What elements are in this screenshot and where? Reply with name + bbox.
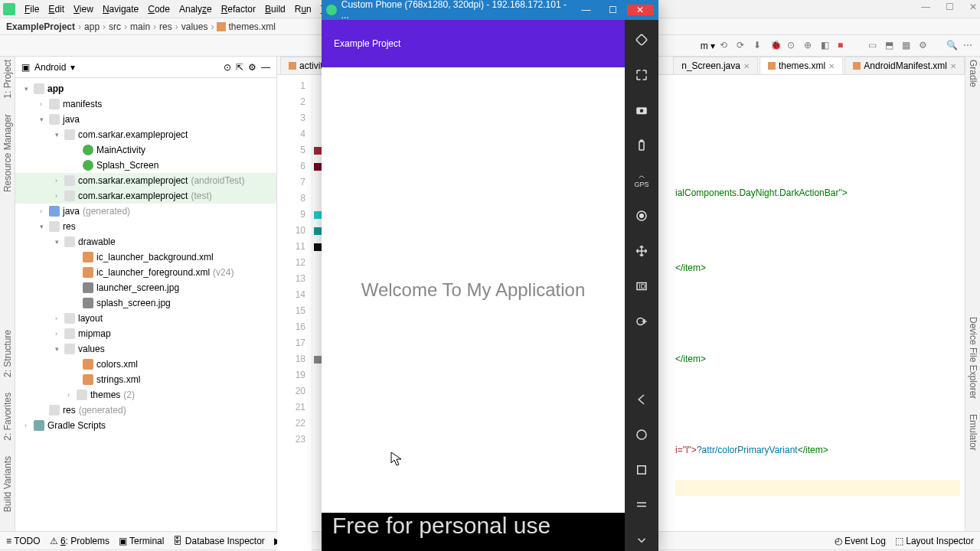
chevron-down-icon[interactable] (634, 533, 649, 548)
phone-screen[interactable]: Example Project Welcome To My Applicatio… (322, 20, 625, 551)
settings-icon[interactable]: ⚙ (248, 62, 256, 73)
gear-icon[interactable]: ⚙ (919, 40, 931, 52)
emu-close[interactable]: ✕ (627, 5, 654, 15)
tree-java-gen[interactable]: java (63, 206, 80, 217)
sdk-icon[interactable]: ⬒ (885, 40, 897, 52)
color-swatch-icon[interactable] (314, 163, 322, 171)
rail-emulator[interactable]: Emulator (968, 414, 978, 451)
tree-res[interactable]: res (63, 221, 76, 232)
tree-launcher[interactable]: launcher_screen.jpg (96, 282, 179, 293)
tool-terminal[interactable]: ▣ Terminal (119, 536, 164, 546)
tree-icbg[interactable]: ic_launcher_background.xml (96, 252, 214, 262)
attach-icon[interactable]: ⊕ (804, 40, 816, 52)
tree-java[interactable]: java (63, 114, 80, 125)
menu-edit[interactable]: Edit (44, 2, 69, 16)
debug-icon[interactable]: 🐞 (770, 40, 782, 52)
settings-plus-icon[interactable] (634, 314, 649, 329)
rail-project[interactable]: 1: Project (2, 60, 13, 99)
fullscreen-icon[interactable] (634, 67, 649, 83)
tree-colors[interactable]: colors.xml (96, 359, 138, 370)
collapse-icon[interactable]: ⇱ (236, 62, 243, 73)
config-dropdown[interactable]: m ▾ (701, 41, 715, 51)
sync-icon[interactable]: ⟲ (720, 40, 732, 52)
window-maximize[interactable]: ☐ (946, 2, 954, 12)
emulator-window[interactable]: Custom Phone (768x1280, 320dpi) - 192.16… (322, 0, 658, 551)
crumb-app[interactable]: app (84, 21, 100, 32)
project-view-label[interactable]: Android (34, 62, 66, 73)
tree-res-gen[interactable]: res (63, 405, 76, 416)
rail-resource-manager[interactable]: Resource Manager (2, 114, 13, 192)
tree-app[interactable]: app (47, 83, 64, 94)
emu-minimize[interactable]: — (573, 5, 599, 15)
menu-icon[interactable] (634, 497, 649, 513)
menu-analyze[interactable]: Analyze (175, 2, 217, 16)
menu-refactor[interactable]: Refactor (217, 2, 260, 16)
home-icon[interactable] (634, 427, 649, 442)
tree-pkg-test[interactable]: com.sarkar.exampleproject (78, 191, 188, 201)
close-icon[interactable]: ✕ (828, 62, 835, 70)
tab-splash-java[interactable]: n_Screen.java✕ (673, 57, 758, 74)
device-icon[interactable]: ▦ (902, 40, 914, 52)
stop-icon[interactable]: ■ (838, 40, 850, 52)
menu-navigate[interactable]: Navigate (98, 2, 143, 16)
battery-icon[interactable] (634, 138, 649, 153)
menu-view[interactable]: View (69, 2, 98, 16)
build-icon[interactable]: ⬇ (753, 40, 766, 52)
close-icon[interactable]: ✕ (743, 62, 750, 70)
gps-icon[interactable]: GPS (634, 173, 649, 188)
move-icon[interactable] (634, 243, 649, 259)
tab-themes[interactable]: themes.xml✕ (760, 57, 843, 74)
tree-splashimg[interactable]: splash_screen.jpg (96, 298, 171, 308)
color-swatch-icon[interactable] (314, 211, 322, 219)
tree-values[interactable]: values (78, 344, 105, 354)
window-close[interactable]: ✕ (969, 2, 977, 12)
view-dropdown-icon[interactable]: ▾ (70, 62, 75, 73)
camera-icon[interactable] (634, 103, 649, 118)
image-swatch-icon[interactable] (314, 356, 322, 364)
crumb-res[interactable]: res (159, 21, 172, 32)
profile-icon[interactable]: ⊙ (787, 40, 799, 52)
crumb-values[interactable]: values (181, 21, 208, 32)
tree-strings[interactable]: strings.xml (96, 374, 140, 385)
menu-build[interactable]: Build (260, 2, 290, 16)
color-swatch-icon[interactable] (314, 243, 322, 251)
emu-maximize[interactable]: ☐ (599, 5, 626, 15)
tree-gradle[interactable]: Gradle Scripts (47, 420, 106, 431)
tool-todo[interactable]: ≡ TODO (6, 536, 41, 546)
color-swatch-icon[interactable] (314, 227, 322, 235)
crumb-src[interactable]: src (109, 21, 121, 32)
tool-problems[interactable]: ⚠ 6: Problems (50, 536, 109, 546)
menu-file[interactable]: File (20, 2, 44, 16)
tab-manifest[interactable]: AndroidManifest.xml✕ (844, 57, 965, 74)
rail-device-explorer[interactable]: Device File Explorer (968, 317, 978, 399)
avd-icon[interactable]: ▭ (868, 40, 880, 52)
tree-splash[interactable]: Splash_Screen (96, 160, 158, 171)
crumb-project[interactable]: ExampleProject (6, 21, 75, 32)
back-icon[interactable] (634, 392, 649, 407)
webcam-icon[interactable] (634, 208, 649, 223)
tree-themes[interactable]: themes (90, 390, 120, 400)
crumb-main[interactable]: main (130, 21, 150, 32)
rotate-icon[interactable] (634, 32, 649, 47)
identifier-icon[interactable]: ID (634, 279, 649, 294)
rail-structure[interactable]: 2: Structure (2, 330, 13, 377)
tree-mipmap[interactable]: mipmap (78, 328, 111, 339)
project-tree[interactable]: ▾app ›manifests ▾java ▾com.sarkar.exampl… (15, 78, 276, 531)
tree-layout[interactable]: layout (78, 313, 103, 324)
tree-icfg[interactable]: ic_launcher_foreground.xml (96, 267, 210, 278)
search-icon[interactable]: 🔍 (946, 40, 959, 52)
menu-code[interactable]: Code (143, 2, 175, 16)
rail-gradle[interactable]: Gradle (968, 60, 978, 87)
rail-favorites[interactable]: 2: Favorites (2, 393, 13, 441)
close-icon[interactable]: ✕ (950, 62, 956, 70)
tree-drawable[interactable]: drawable (78, 236, 116, 247)
tree-pkg-androidtest[interactable]: com.sarkar.exampleproject (78, 175, 188, 186)
hide-icon[interactable]: — (261, 62, 270, 73)
tree-mainactivity[interactable]: MainActivity (96, 145, 145, 155)
tree-manifests[interactable]: manifests (63, 99, 102, 109)
recent-icon[interactable] (634, 462, 649, 478)
menu-run[interactable]: Run (290, 2, 316, 16)
locate-icon[interactable]: ⊙ (224, 62, 231, 73)
tree-package[interactable]: com.sarkar.exampleproject (78, 129, 188, 140)
crumb-file[interactable]: themes.xml (228, 21, 275, 32)
